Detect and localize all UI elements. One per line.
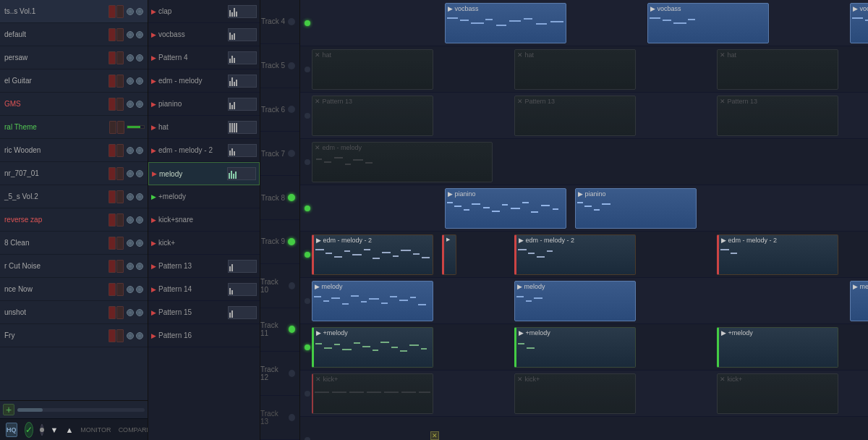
clip[interactable]: ▶ edm - melody - 2 [312,234,433,275]
clip[interactable]: ▶ +melody [717,327,838,368]
knob[interactable] [136,77,143,85]
ch-btn[interactable] [109,283,116,296]
ch-btn[interactable] [109,75,116,88]
hq-button[interactable]: HQ [6,423,17,437]
clip[interactable]: ▶ melody [850,281,868,321]
clip-muted[interactable]: ✕ Pattern 13 [312,96,433,136]
clip-muted[interactable]: ✕ kick+ [312,373,433,414]
clip-muted[interactable]: ✕ hat [312,49,433,90]
knob[interactable] [136,263,143,270]
settings-button[interactable] [41,424,43,436]
ch-btn[interactable] [116,51,124,64]
instrument-row[interactable]: GMS [0,93,148,116]
clip[interactable]: ▶ vocbass [647,3,769,43]
pattern-row[interactable]: ▶ edm - melody - 2 [148,139,260,162]
clip[interactable]: ▶ pianino [445,188,566,229]
pattern-row[interactable]: ▶ Pattern 4 [148,46,260,69]
clip[interactable]: ▶ +melody [514,327,636,368]
pattern-row[interactable]: ▶ Pattern 16 [148,324,260,347]
down-icon[interactable]: ▼ [51,426,59,434]
clip-muted[interactable]: ✕ hat [717,49,838,90]
ch-btn[interactable] [116,190,124,203]
tracks-content[interactable]: ▶ vocbass [300,0,868,440]
ch-btn[interactable] [116,98,124,111]
ch-btn[interactable] [116,28,124,41]
ch-btn[interactable] [109,121,116,134]
ch-btn[interactable] [109,5,116,18]
knob[interactable] [127,31,134,38]
knob[interactable] [136,170,143,177]
pattern-row[interactable]: ▶ Pattern 14 [148,278,260,301]
instrument-row[interactable]: persaw [0,46,148,69]
ch-btn[interactable] [116,75,124,88]
instrument-row[interactable]: nce Now [0,278,148,301]
ch-btn[interactable] [109,213,116,227]
instrument-row[interactable]: reverse zap [0,208,148,232]
knob[interactable] [127,309,134,316]
instrument-row[interactable]: unshot [0,301,148,324]
pattern-row[interactable]: ▶ kick+ [148,232,260,255]
knob[interactable] [127,286,134,293]
knob[interactable] [127,77,134,85]
knob[interactable] [136,147,143,154]
knob[interactable] [127,263,134,270]
ch-btn[interactable] [109,237,116,250]
ch-btn[interactable] [116,5,124,18]
instrument-row[interactable]: default [0,23,148,46]
knob[interactable] [136,332,143,339]
knob[interactable] [136,193,143,200]
clip-muted[interactable]: ✕ Pattern 13 [514,96,636,136]
knob[interactable] [127,216,134,224]
knob[interactable] [127,170,134,177]
clip[interactable]: ▶ edm - melody - 2 [717,234,838,275]
ch-btn[interactable] [116,329,124,342]
pattern-row[interactable]: ▶ Pattern 13 [148,255,260,278]
ch-btn[interactable] [109,28,116,41]
instrument-row[interactable]: ts..s Vol.1 [0,0,148,23]
clip[interactable]: ▶ vocbass [850,3,868,43]
instrument-row[interactable]: el Guitar [0,69,148,93]
pattern-row-selected[interactable]: ▶ melody [148,162,260,185]
instrument-row[interactable]: r Cut Noise [0,255,148,278]
instrument-row[interactable]: ric Wooden [0,139,148,162]
knob[interactable] [136,240,143,247]
clip[interactable]: ▶ pianino [575,188,697,229]
ch-btn[interactable] [116,237,124,250]
clip-muted[interactable]: ✕ kick+ [717,373,838,414]
clip[interactable]: ▶ melody [312,281,433,321]
pattern-row[interactable]: ▶ hat [148,116,260,139]
add-instrument-button[interactable]: + [3,404,14,415]
ch-btn[interactable] [109,329,116,342]
instrument-row[interactable]: ral Theme [0,116,148,139]
check-button[interactable]: ✓ [25,422,33,438]
clip[interactable]: ▶ vocbass [445,3,566,43]
knob[interactable] [136,286,143,293]
clip[interactable]: ▶ melody [514,281,636,321]
close-button[interactable]: ✕ [430,431,439,440]
pattern-row[interactable]: ▶ kick+snare [148,208,260,232]
pattern-row[interactable]: ▶ +melody [148,185,260,208]
clip[interactable]: ▶ [442,234,456,275]
knob[interactable] [127,332,134,339]
ch-btn[interactable] [109,306,116,319]
ch-btn[interactable] [109,190,116,203]
ch-btn[interactable] [109,98,116,111]
pattern-row[interactable]: ▶ edm - melody [148,69,260,93]
ch-btn[interactable] [109,144,116,157]
pattern-row[interactable]: ▶ clap [148,0,260,23]
clip-muted[interactable]: ✕ kick+ [514,373,636,414]
knob[interactable] [127,193,134,200]
ch-btn[interactable] [109,51,116,64]
knob[interactable] [136,54,143,62]
clip[interactable]: ▶ edm - melody - 2 [514,234,636,275]
ch-btn[interactable] [116,167,124,180]
knob[interactable] [127,147,134,154]
ch-btn[interactable] [116,283,124,296]
clip[interactable]: ▶ +melody [312,327,433,368]
instrument-row[interactable]: nr_707_01 [0,162,148,185]
ch-btn[interactable] [116,260,124,273]
ch-btn[interactable] [117,121,124,134]
knob[interactable] [136,101,143,108]
instrument-row[interactable]: Fry [0,324,148,347]
up-icon[interactable]: ▲ [65,426,73,434]
